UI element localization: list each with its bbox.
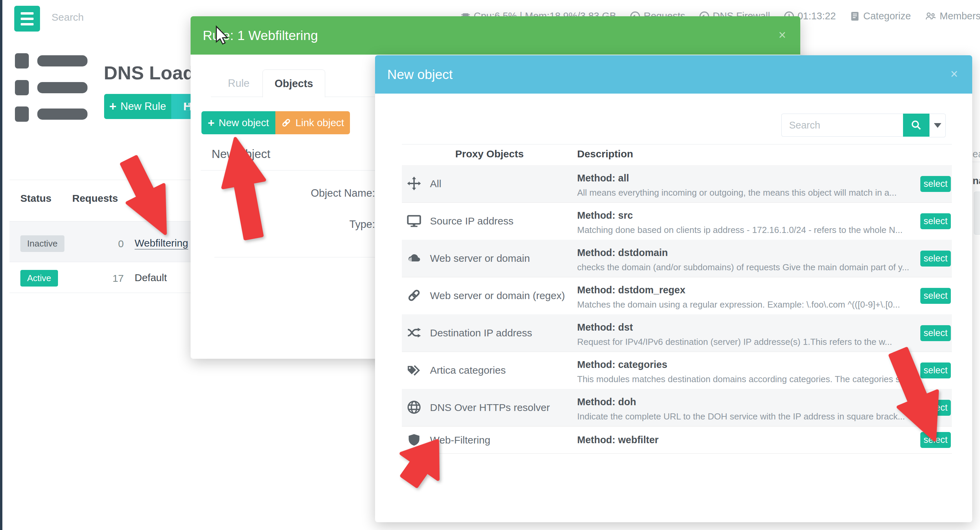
globe-icon (406, 400, 422, 416)
new-object-modal-title: New object (387, 67, 453, 82)
topbar-item-members[interactable]: Members (924, 11, 980, 22)
search-options-dropdown[interactable] (929, 114, 946, 137)
plus-icon: + (109, 99, 116, 114)
search-button[interactable] (903, 114, 929, 137)
members-icon (924, 11, 937, 22)
list-icon-square-1 (15, 53, 29, 68)
rule-modal-header: Rule: 1 Webfiltering (191, 16, 800, 54)
new-object-button[interactable]: + New object (201, 111, 275, 134)
search-icon (910, 119, 922, 131)
select-button[interactable]: select (920, 288, 951, 304)
object-search-input[interactable] (781, 114, 904, 137)
object-row-categories: Artica categories Method: categories Thi… (402, 352, 952, 389)
new-object-modal-close-icon[interactable]: × (947, 65, 962, 83)
status-badge: Inactive (20, 236, 64, 252)
book-icon (850, 11, 860, 22)
list-icon-bar-3 (37, 108, 88, 120)
bg-search-fragment: ea (972, 148, 980, 160)
object-row-doh: DNS Over HTTPs resolver Method: doh Indi… (402, 389, 952, 427)
link-icon (406, 288, 422, 304)
select-button[interactable]: select (920, 251, 951, 267)
objects-table-top-border (402, 144, 952, 145)
move-icon (406, 176, 422, 192)
rule-modal-close-icon[interactable]: × (775, 26, 790, 45)
col-header-description: Description (577, 148, 633, 160)
tab-rule[interactable]: Rule (228, 77, 250, 89)
new-object-modal-header: New object (375, 55, 972, 94)
object-row-dst: Destination IP address Method: dst Reque… (402, 314, 952, 352)
rule-modal-title: Rule: 1 Webfiltering (203, 28, 318, 43)
topbar-item-categorize[interactable]: Categorize (850, 11, 911, 22)
object-row-dstdom-regex: Web server or domain (regex) Method: dst… (402, 277, 952, 315)
object-row-dstdomain: Web server or domain Method: dstdomain c… (402, 240, 952, 277)
select-button[interactable]: select (920, 213, 951, 229)
bg-name-fragment: na (972, 175, 980, 186)
object-row-source-ip: Source IP address Method: src Matching d… (402, 202, 952, 240)
left-edge-strip (0, 0, 2, 530)
list-icon-square-2 (15, 80, 29, 95)
app-root: Cpu:6.5% | Mem:18.9%/3.83 GB Requests DN… (0, 0, 980, 530)
requests-count: 0 (97, 238, 124, 250)
desktop-icon (406, 213, 422, 229)
new-rule-button[interactable]: + New Rule (104, 94, 171, 119)
hamburger-menu-button[interactable] (14, 6, 40, 32)
list-icon-bar-1 (37, 55, 88, 67)
tab-objects[interactable]: Objects (262, 70, 325, 97)
chevron-down-icon (934, 123, 941, 128)
page-title: DNS Load (104, 62, 195, 84)
bg-input-fragment (974, 192, 980, 235)
new-object-heading: New object (212, 147, 270, 161)
rule-link-default[interactable]: Default (135, 272, 167, 283)
object-row-webfilter: Web-Filtering Method: webfilter select (402, 426, 952, 454)
col-header-status: Status (20, 193, 51, 204)
hamburger-icon (21, 12, 33, 14)
select-button[interactable]: select (920, 363, 951, 379)
top-search-input[interactable] (51, 8, 195, 26)
object-name-label: Object Name: (272, 187, 375, 199)
tags-icon (406, 363, 422, 378)
object-row-all: All Method: all All means everything inc… (402, 165, 952, 203)
shield-icon (406, 433, 422, 448)
link-object-button[interactable]: Link object (275, 111, 350, 134)
status-badge: Active (20, 270, 58, 286)
select-button[interactable]: select (920, 400, 951, 416)
type-label: Type: (272, 218, 375, 231)
topbar-time: 01:13:22 (797, 11, 836, 22)
select-button[interactable]: select (920, 176, 951, 192)
rule-link-webfiltering[interactable]: Webfiltering (135, 237, 188, 250)
select-button[interactable]: select (920, 432, 951, 448)
requests-count: 17 (97, 273, 124, 284)
plus-icon: + (208, 116, 215, 129)
list-icon-square-3 (15, 107, 29, 122)
cloud-icon (406, 253, 422, 264)
col-header-proxy-objects: Proxy Objects (402, 148, 577, 160)
col-header-requests: Requests (72, 193, 118, 204)
list-icon-bar-2 (37, 82, 88, 93)
link-icon (281, 118, 291, 128)
select-button[interactable]: select (920, 325, 951, 341)
shuffle-icon (406, 326, 422, 341)
table-top-border (10, 180, 206, 180)
col-header-rule: Rule Name (135, 186, 162, 210)
